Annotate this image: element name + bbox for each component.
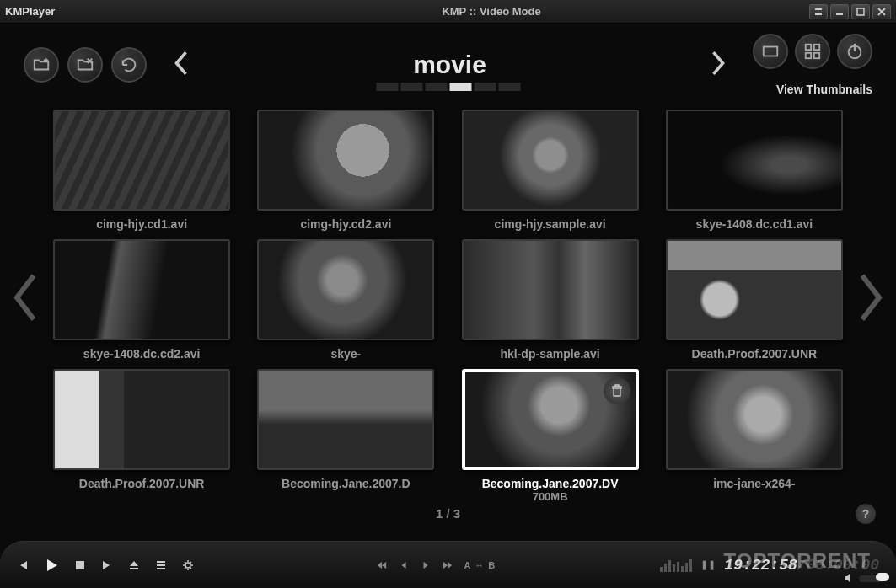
svg-rect-10 bbox=[76, 561, 84, 569]
thumbnail-label: skye- bbox=[330, 347, 361, 361]
step-back-button[interactable] bbox=[399, 560, 409, 570]
volume-slider[interactable] bbox=[859, 575, 884, 582]
thumbnail-item[interactable]: Becoming.Jane.2007.D bbox=[255, 369, 437, 503]
page-prev-button[interactable] bbox=[10, 272, 39, 326]
svg-point-11 bbox=[185, 563, 190, 568]
volume-icon[interactable] bbox=[844, 571, 854, 586]
thumbnail-image bbox=[666, 110, 843, 211]
thumbnail-item[interactable]: imc-jane-x264- bbox=[663, 369, 845, 503]
center-controls: A ↔ B bbox=[377, 560, 496, 570]
page-next-button[interactable] bbox=[857, 272, 886, 326]
window-controls bbox=[809, 4, 891, 19]
fast-forward-button[interactable] bbox=[443, 560, 453, 570]
category-next-button[interactable] bbox=[684, 50, 753, 80]
remove-folder-button[interactable] bbox=[67, 47, 103, 83]
app-name: KMPlayer bbox=[5, 5, 174, 18]
progress-block[interactable] bbox=[400, 83, 422, 91]
thumbnail-image bbox=[53, 239, 230, 340]
svg-rect-7 bbox=[806, 53, 811, 58]
thumbnail-label: Death.Proof.2007.UNR bbox=[692, 347, 818, 361]
fullscreen-button[interactable] bbox=[753, 34, 788, 69]
thumbnail-image bbox=[666, 239, 843, 340]
svg-rect-4 bbox=[764, 47, 778, 56]
thumbnail-label: skye-1408.dc.cd1.avi bbox=[696, 217, 813, 231]
progress-block[interactable] bbox=[498, 83, 520, 91]
view-mode-label: View Thumbnails bbox=[776, 83, 872, 96]
thumbnail-label: Becoming.Jane.2007.DV bbox=[482, 477, 619, 490]
thumbnail-size: 700MB bbox=[533, 490, 568, 503]
close-button[interactable] bbox=[872, 4, 891, 19]
thumbnail-image bbox=[462, 110, 639, 211]
thumbnail-item[interactable]: Death.Proof.2007.UNR bbox=[663, 239, 845, 361]
svg-rect-8 bbox=[814, 53, 819, 58]
thumbnail-item[interactable]: hkl-dp-sample.avi bbox=[459, 239, 641, 361]
thumbnail-grid: cimg-hjy.cd1.avicimg-hjy.cd2.avicimg-hjy… bbox=[51, 110, 845, 503]
rewind-button[interactable] bbox=[377, 560, 387, 570]
eject-button[interactable] bbox=[128, 559, 140, 571]
progress-block[interactable] bbox=[425, 83, 447, 91]
thumbnail-item[interactable]: cimg-hjy.sample.avi bbox=[459, 110, 641, 231]
volume-group bbox=[844, 571, 884, 586]
thumbnail-item[interactable]: skye- bbox=[255, 239, 437, 361]
thumbnail-label: Becoming.Jane.2007.D bbox=[282, 477, 410, 490]
thumbnail-image bbox=[257, 239, 434, 340]
playback-group bbox=[17, 558, 194, 573]
power-button[interactable] bbox=[837, 34, 872, 69]
play-button[interactable] bbox=[44, 558, 59, 573]
thumbnail-label: skye-1408.dc.cd2.avi bbox=[83, 347, 201, 361]
tray-button[interactable] bbox=[809, 4, 828, 19]
pagination: 1 / 3 bbox=[51, 506, 845, 521]
progress-block[interactable] bbox=[376, 83, 398, 91]
thumbnail-label: cimg-hjy.cd1.avi bbox=[96, 217, 187, 231]
thumbnail-item[interactable]: Death.Proof.2007.UNR bbox=[51, 369, 233, 503]
thumbnail-item[interactable]: skye-1408.dc.cd1.avi bbox=[663, 110, 845, 231]
step-forward-button[interactable] bbox=[421, 560, 431, 570]
window-title: KMP :: Video Mode bbox=[174, 5, 809, 18]
category-title: movie bbox=[216, 51, 684, 79]
thumbnail-label: cimg-hjy.cd2.avi bbox=[300, 217, 391, 231]
thumbnail-image bbox=[53, 369, 230, 470]
progress-block[interactable] bbox=[474, 83, 496, 91]
thumbnail-label: imc-jane-x264- bbox=[713, 477, 795, 490]
svg-rect-2 bbox=[836, 13, 843, 15]
maximize-button[interactable] bbox=[851, 4, 870, 19]
help-button[interactable]: ? bbox=[856, 504, 876, 524]
minimize-button[interactable] bbox=[830, 4, 849, 19]
toolbar-left bbox=[24, 47, 147, 83]
ab-repeat-button[interactable]: A ↔ B bbox=[464, 560, 496, 570]
svg-rect-1 bbox=[815, 8, 822, 10]
svg-rect-3 bbox=[857, 8, 864, 15]
time-current: 19:22:58 bbox=[724, 557, 797, 574]
playlist-button[interactable] bbox=[155, 559, 167, 571]
thumbnail-item[interactable]: Becoming.Jane.2007.DV700MB bbox=[459, 369, 641, 503]
toolbar-right: View Thumbnails bbox=[753, 34, 872, 96]
category-indicator bbox=[376, 83, 520, 91]
stop-button[interactable] bbox=[74, 559, 86, 571]
thumbnail-image bbox=[257, 110, 434, 211]
add-folder-button[interactable] bbox=[24, 47, 59, 83]
prev-track-button[interactable] bbox=[17, 559, 29, 571]
thumbnail-item[interactable]: skye-1408.dc.cd2.avi bbox=[51, 239, 233, 361]
top-toolbar: movie View Thumbnails bbox=[0, 24, 896, 99]
thumbnail-item[interactable]: cimg-hjy.cd2.avi bbox=[255, 110, 437, 231]
thumbnail-image bbox=[257, 369, 434, 470]
settings-button[interactable] bbox=[182, 559, 194, 571]
control-bar: A ↔ B ❚❚ 19:22:58/00:00:00 bbox=[0, 541, 896, 588]
grid-view-button[interactable] bbox=[795, 34, 830, 69]
svg-rect-6 bbox=[814, 45, 819, 50]
thumbnail-label: cimg-hjy.sample.avi bbox=[495, 217, 606, 231]
pause-indicator-icon: ❚❚ bbox=[700, 559, 716, 570]
thumbnail-image bbox=[462, 239, 639, 340]
thumbnail-label: hkl-dp-sample.avi bbox=[500, 347, 599, 361]
refresh-button[interactable] bbox=[111, 47, 147, 83]
category-prev-button[interactable] bbox=[147, 50, 216, 80]
thumbnail-image bbox=[666, 369, 843, 470]
svg-rect-5 bbox=[806, 45, 811, 50]
delete-icon[interactable] bbox=[604, 377, 630, 404]
thumbnail-item[interactable]: cimg-hjy.cd1.avi bbox=[51, 110, 233, 231]
svg-rect-0 bbox=[815, 13, 822, 15]
next-track-button[interactable] bbox=[101, 559, 113, 571]
titlebar: KMPlayer KMP :: Video Mode bbox=[0, 0, 896, 24]
progress-block[interactable] bbox=[449, 83, 471, 91]
gallery-wrap: cimg-hjy.cd1.avicimg-hjy.cd2.avicimg-hjy… bbox=[0, 99, 896, 521]
